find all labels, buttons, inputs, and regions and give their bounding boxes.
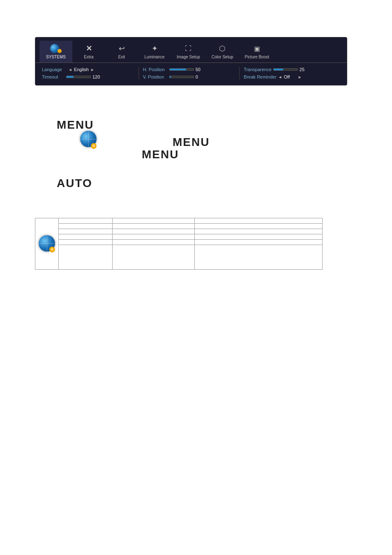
x-icon: ✕ [86, 44, 92, 53]
h-position-value: 50 [196, 67, 208, 72]
h-position-slider[interactable] [169, 68, 194, 71]
picture-boost-icon: ▣ [254, 45, 260, 53]
h-position-label: H. Position [143, 67, 168, 72]
image-icon: ⛶ [185, 45, 191, 52]
tab-luminance-label: Luminance [145, 55, 165, 59]
language-label: Language [42, 67, 67, 72]
table-cell-r3c3 [195, 229, 323, 234]
exit-icon: ↩ [119, 44, 125, 53]
globe-standalone: ⚙ [80, 131, 97, 149]
table-cell-r4c1 [59, 234, 112, 240]
transparence-slider[interactable] [273, 68, 298, 71]
v-position-slider[interactable] [169, 76, 194, 78]
table-row [35, 245, 323, 270]
break-reminder-label: Break Reminder [244, 74, 276, 79]
tab-systems[interactable]: SYSTEMS [39, 41, 72, 62]
transparence-label: Transparence [244, 67, 271, 72]
osd-tab-bar: SYSTEMS ✕ Extra ↩ Exit ✦ Luminance ⛶ [35, 37, 347, 63]
table-cell-r6c1 [59, 245, 112, 270]
language-value: English [74, 67, 89, 72]
gear-icon [58, 49, 62, 53]
transparence-value: 25 [300, 67, 312, 72]
v-position-label: V. Position [143, 74, 168, 79]
osd-left-col: Language ◄ English ► Timeout 120 [42, 67, 139, 79]
tab-picture-boost-label: Picture Boost [245, 55, 269, 59]
menu-label-3: MENU [142, 148, 179, 161]
osd-right-col: Transparence 25 Break Reminder ◄ Off ► [244, 67, 340, 79]
table-cell-r4c2 [112, 234, 195, 240]
table-row: ⚙ [35, 218, 323, 224]
table-cell-r5c2 [112, 240, 195, 245]
break-reminder-left-arrow[interactable]: ◄ [278, 75, 282, 79]
osd-menu: SYSTEMS ✕ Extra ↩ Exit ✦ Luminance ⛶ [35, 37, 347, 86]
timeout-value: 120 [92, 74, 105, 79]
break-reminder-value: Off [284, 74, 296, 79]
tab-exit[interactable]: ↩ Exit [105, 41, 138, 62]
tab-image-setup[interactable]: ⛶ Image Setup [171, 41, 206, 62]
break-reminder-right-arrow[interactable]: ► [298, 75, 302, 79]
table-row [35, 240, 323, 245]
v-position-row: V. Position 0 [143, 74, 235, 79]
menu-label-1: MENU [57, 118, 94, 132]
h-position-row: H. Position 50 [143, 67, 235, 72]
table-cell-r2c3 [195, 224, 323, 229]
transparence-row: Transparence 25 [244, 67, 336, 72]
timeout-row: Timeout 120 [42, 74, 134, 79]
table-row [35, 224, 323, 229]
table-icon-cell: ⚙ [35, 218, 59, 270]
table-cell-r2c1 [59, 224, 112, 229]
v-position-value: 0 [196, 74, 208, 79]
table-cell-r1c3 [195, 218, 323, 224]
gear-badge-icon: ⚙ [91, 143, 97, 149]
language-left-arrow[interactable]: ◄ [68, 67, 72, 72]
table-cell-r3c2 [112, 229, 195, 234]
table-cell-r6c3 [195, 245, 323, 270]
auto-label: AUTO [57, 177, 92, 190]
timeout-slider[interactable] [66, 76, 91, 78]
language-row: Language ◄ English ► [42, 67, 134, 72]
table-cell-r3c1 [59, 229, 112, 234]
v-position-slider-fill [170, 76, 171, 78]
tab-color-setup-label: Color Setup [212, 55, 233, 59]
table-cell-r5c3 [195, 240, 323, 245]
timeout-label: Timeout [42, 74, 65, 79]
tab-image-setup-label: Image Setup [177, 55, 200, 59]
tab-extra[interactable]: ✕ Extra [72, 41, 105, 62]
table-cell-r1c2 [112, 218, 195, 224]
menu-label-2: MENU [173, 136, 210, 149]
tab-color-setup[interactable]: ⬡ Color Setup [206, 41, 239, 62]
break-reminder-row: Break Reminder ◄ Off ► [244, 74, 336, 79]
table-row [35, 234, 323, 240]
language-right-arrow[interactable]: ► [90, 67, 95, 72]
color-icon: ⬡ [219, 44, 226, 53]
table-gear-icon: ⚙ [49, 247, 55, 252]
table-row [35, 229, 323, 234]
table-cell-r4c3 [195, 234, 323, 240]
table-cell-r2c2 [112, 224, 195, 229]
timeout-slider-fill [67, 76, 74, 78]
tab-exit-label: Exit [118, 55, 125, 59]
sun-icon: ✦ [152, 44, 158, 53]
tab-luminance[interactable]: ✦ Luminance [138, 41, 171, 62]
tab-systems-label: SYSTEMS [46, 55, 66, 59]
tab-extra-label: Extra [84, 55, 93, 59]
tab-picture-boost[interactable]: ▣ Picture Boost [239, 41, 275, 62]
table-cell-r5c1 [59, 240, 112, 245]
h-position-slider-fill [170, 69, 187, 70]
table-cell-r1c1 [59, 218, 112, 224]
table-cell-r6c2 [112, 245, 195, 270]
osd-mid-col: H. Position 50 V. Position 0 [143, 67, 240, 79]
info-table: ⚙ [35, 218, 323, 270]
osd-content-area: Language ◄ English ► Timeout 120 H. Posi… [35, 63, 347, 85]
transparence-slider-fill [274, 69, 283, 70]
